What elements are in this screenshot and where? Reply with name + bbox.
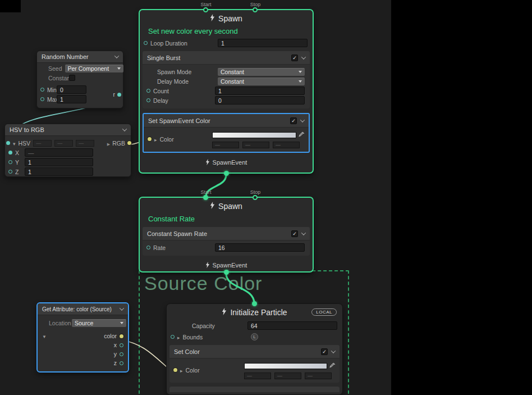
expander-icon[interactable] [154,136,157,143]
y-input[interactable]: 1 [25,158,93,166]
start-flow-port[interactable] [203,195,208,200]
vfx-graph-canvas[interactable]: Source Color Start Stop Spawn Set new co… [0,0,391,395]
color-gradient-field[interactable] [212,132,296,138]
context-header[interactable]: Initialize Particle LOCAL [167,304,342,321]
chevron-down-icon[interactable] [301,55,306,59]
seed-dropdown[interactable]: Per Component [65,65,123,72]
spawnevent-output-port[interactable] [224,270,229,275]
color-input-port[interactable] [148,137,152,141]
node-header[interactable]: Random Number [37,51,123,63]
z-port[interactable] [8,170,12,174]
stop-flow-port[interactable] [253,7,258,12]
node-header[interactable]: Get Attribute: color (Source) [38,303,128,315]
expander-icon[interactable] [180,367,183,374]
chevron-down-icon[interactable] [300,117,305,122]
initialize-particle-context[interactable]: Initialize Particle LOCAL Capacity 64 Bo… [166,303,343,395]
chevron-down-icon[interactable] [331,348,336,353]
block-title: Constant Spawn Rate [147,230,291,237]
capacity-input[interactable]: 64 [247,321,337,330]
color-output-port[interactable] [120,334,123,338]
min-port[interactable] [40,88,44,92]
color-x-field[interactable]: — [212,142,239,148]
context-header[interactable]: Spawn [140,198,313,215]
seed-label: Seed [48,65,62,72]
context-title: Initialize Particle [230,308,287,317]
expander-icon[interactable] [13,140,16,147]
partial-next-block[interactable] [169,387,340,392]
context-header[interactable]: Spawn [140,10,313,27]
get-attribute-node[interactable]: Get Attribute: color (Source) Location S… [36,302,129,373]
expander-icon[interactable] [177,334,180,340]
seed-row: Seed Per Component [37,64,123,72]
color-picker-icon[interactable] [299,130,305,140]
delay-mode-dropdown[interactable]: Constant [218,78,305,85]
loop-duration-input[interactable]: 1 [218,39,308,47]
context-input-port[interactable] [252,301,257,306]
single-burst-checkbox[interactable] [291,55,298,61]
min-label: Min [47,87,54,93]
expander-icon[interactable] [42,333,47,339]
bounds-port[interactable] [171,335,175,339]
chevron-down-icon[interactable] [120,306,124,310]
start-flow-port[interactable] [203,7,208,12]
single-burst-block[interactable]: Single Burst Spawn Mode Constant Delay M… [143,51,310,108]
color-picker-icon[interactable] [329,361,336,371]
z-input[interactable]: 1 [25,167,93,176]
color-y-field[interactable]: — [242,142,269,148]
constant-spawn-rate-block[interactable]: Constant Spawn Rate Rate 16 [143,227,310,256]
y-output-port[interactable] [120,352,123,356]
color-z-field[interactable]: — [305,373,332,379]
constant-spawn-rate-header[interactable]: Constant Spawn Rate [143,227,310,240]
color-z-field[interactable]: — [273,142,300,148]
location-dropdown[interactable]: Source [72,319,126,327]
count-input[interactable]: 1 [215,87,305,95]
random-number-node[interactable]: Random Number Seed Per Component Constan… [36,51,123,108]
set-spawnevent-color-header[interactable]: Set SpawnEvent Color [144,114,309,128]
color-y-field[interactable]: — [274,373,301,379]
spawn-context-constant-rate[interactable]: Start Stop Spawn Constant Rate Constant … [139,197,314,273]
expander-icon[interactable] [107,140,110,147]
rate-input[interactable]: 16 [215,243,305,252]
constant-spawn-rate-checkbox[interactable] [291,230,298,237]
set-color-checkbox[interactable] [321,348,328,355]
hsv-row: HSV — — — RGB [5,139,131,147]
spawn-mode-dropdown[interactable]: Constant [218,68,305,76]
set-color-block[interactable]: Set Color Color — — [169,345,340,383]
set-spawnevent-color-checkbox[interactable] [290,117,297,124]
delay-input[interactable]: 0 [215,96,305,105]
hsv-x-field[interactable]: — [33,140,52,147]
spawnevent-output-port[interactable] [224,171,229,176]
set-color-header[interactable]: Set Color [169,345,340,358]
loop-duration-port[interactable] [144,41,148,45]
count-port[interactable] [146,89,150,93]
hsv-y-field[interactable]: — [54,140,73,147]
x-input[interactable]: — [25,148,93,157]
x-port[interactable] [8,151,12,155]
constant-checkbox[interactable] [69,75,75,81]
max-port[interactable] [40,97,44,101]
single-burst-header[interactable]: Single Burst [143,51,310,65]
spawn-context-top[interactable]: Start Stop Spawn Set new color every sec… [139,9,314,174]
rgb-output-port[interactable] [127,141,131,145]
min-input[interactable]: 0 [57,85,86,94]
set-spawnevent-color-block[interactable]: Set SpawnEvent Color Color — [143,113,310,153]
r-output-port[interactable] [117,93,121,97]
chevron-down-icon[interactable] [114,53,119,58]
color-x-field[interactable]: — [244,373,271,379]
max-input[interactable]: 1 [57,95,86,103]
z-output-port[interactable] [120,361,123,365]
node-header[interactable]: HSV to RGB [5,124,131,136]
color-input-port[interactable] [173,368,177,372]
rate-port[interactable] [146,246,150,249]
hsv-input-port[interactable] [6,141,10,145]
color-gradient-field[interactable] [244,363,327,369]
y-port[interactable] [8,160,12,164]
group-title[interactable]: Source Color [144,273,262,294]
delay-port[interactable] [146,98,150,102]
chevron-down-icon[interactable] [122,126,127,131]
stop-flow-port[interactable] [253,195,258,200]
x-output-port[interactable] [120,343,123,347]
chevron-down-icon[interactable] [301,230,306,235]
hsv-to-rgb-node[interactable]: HSV to RGB HSV — — — RGB X — Y 1 [4,124,131,177]
hsv-z-field[interactable]: — [76,140,94,147]
